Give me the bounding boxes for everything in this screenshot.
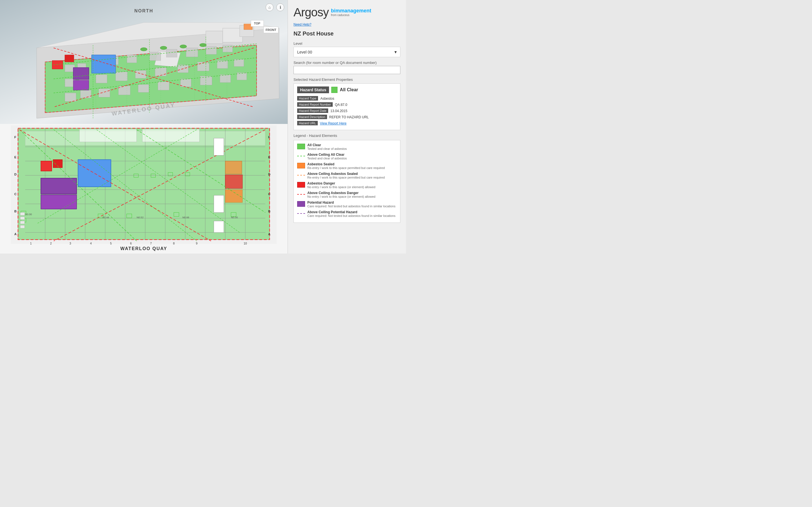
svg-rect-145 xyxy=(20,212,24,215)
svg-text:E: E xyxy=(14,156,16,159)
svg-text:N0.66: N0.66 xyxy=(183,216,189,219)
svg-text:7: 7 xyxy=(150,242,152,245)
legend-desc-asbestos-sealed: Re-entry / work to this space permitted … xyxy=(307,166,385,170)
svg-rect-117 xyxy=(225,161,242,174)
svg-rect-119 xyxy=(142,129,200,142)
svg-text:3: 3 xyxy=(70,242,71,245)
legend-desc-above-ceiling-all-clear: Tested and clear of asbestos xyxy=(307,157,347,160)
legend-name-above-ceiling-all-clear: Above Ceiling All Clear xyxy=(307,153,347,157)
hazard-prop-row: Hazard Report NumberQA:87.0 xyxy=(297,102,397,107)
legend-desc-above-ceiling-asbestos-danger: No entry / work to this space (or elemen… xyxy=(307,195,375,198)
chevron-down-icon: ▾ xyxy=(395,49,397,55)
prop-value: Asbestos xyxy=(320,96,334,101)
prop-value: QA:87.0 xyxy=(335,102,347,107)
legend-item-above-ceiling-asbestos-sealed: Above Ceiling Asbestos SealedRe-entry / … xyxy=(297,172,397,179)
svg-rect-15 xyxy=(206,47,216,54)
hazard-prop-row: Hazard URLView Report Here xyxy=(297,121,397,125)
svg-rect-19 xyxy=(96,75,107,83)
svg-text:A: A xyxy=(14,232,17,236)
hazard-prop-row: Hazard Report Date13.04.2015 xyxy=(297,108,397,113)
legend-item-above-ceiling-potential-hazard: Above Ceiling Potential HazardCare requi… xyxy=(297,210,397,217)
svg-rect-21 xyxy=(135,70,146,78)
svg-rect-39 xyxy=(65,55,74,62)
svg-rect-32 xyxy=(158,82,169,90)
svg-text:F: F xyxy=(268,135,270,139)
legend-title: Legend - Hazard Elements xyxy=(294,133,400,138)
svg-text:C: C xyxy=(14,192,17,196)
svg-text:F: F xyxy=(14,135,16,139)
legend-desc-potential-hazard: Care required: Not tested but asbestos f… xyxy=(307,205,395,208)
prop-label: Hazard Type xyxy=(297,96,318,101)
svg-text:2: 2 xyxy=(50,242,52,245)
need-help-link[interactable]: Need Help? xyxy=(294,22,400,26)
svg-text:N0.00: N0.00 xyxy=(231,216,238,219)
legend-icon-above-ceiling-all-clear xyxy=(297,153,305,159)
svg-rect-20 xyxy=(116,72,128,81)
svg-rect-14 xyxy=(186,48,198,57)
legend-icon-above-ceiling-potential-hazard xyxy=(297,211,305,216)
svg-rect-114 xyxy=(41,194,77,209)
prop-label: Hazard URL xyxy=(297,121,318,125)
svg-text:9: 9 xyxy=(196,242,198,245)
right-panel: Argosy bimmanagement from caduceus Need … xyxy=(288,0,406,253)
legend-icon-asbestos-sealed xyxy=(297,163,305,168)
svg-text:B: B xyxy=(14,210,17,213)
svg-text:4: 4 xyxy=(90,242,92,245)
svg-rect-147 xyxy=(20,221,24,224)
bim-management-text: bimmanagement xyxy=(331,8,371,14)
svg-rect-148 xyxy=(20,225,24,228)
hazard-status-value: All Clear xyxy=(340,87,358,93)
hazard-url-link[interactable]: View Report Here xyxy=(320,121,347,125)
building-name: NZ Post House xyxy=(294,31,400,37)
legend-name-asbestos-danger: Asbestos Danger xyxy=(307,181,375,185)
prop-label: Hazard Report Date xyxy=(297,108,328,113)
svg-point-64 xyxy=(180,45,187,48)
prop-label: Hazard Description xyxy=(297,115,327,119)
svg-text:TOP: TOP xyxy=(254,22,260,25)
svg-rect-12 xyxy=(149,52,161,61)
svg-text:D: D xyxy=(268,173,270,176)
prop-value[interactable]: View Report Here xyxy=(320,121,347,125)
svg-text:E: E xyxy=(268,156,270,159)
svg-rect-31 xyxy=(138,84,149,93)
legend-name-above-ceiling-asbestos-danger: Above Ceiling Asbestos Danger xyxy=(307,191,375,195)
svg-point-63 xyxy=(160,46,167,50)
svg-text:D: D xyxy=(14,173,17,176)
search-section: Search (for room number or QA document n… xyxy=(294,61,400,74)
hazard-status-color-indicator xyxy=(331,87,338,93)
legend-item-above-ceiling-asbestos-danger: Above Ceiling Asbestos DangerNo entry / … xyxy=(297,191,397,198)
legend-item-asbestos-sealed: Asbestos SealedRe-entry / work to this s… xyxy=(297,162,397,170)
svg-rect-118 xyxy=(80,129,137,142)
hazard-status-badge: Hazard Status xyxy=(297,87,329,93)
search-input[interactable] xyxy=(294,66,400,74)
legend-item-all-clear: All ClearTested and clear of asbestos xyxy=(297,143,397,151)
from-caduceus-text: from caduceus xyxy=(331,13,371,17)
hazard-status-row: Hazard Status All Clear xyxy=(297,87,397,93)
legend-icon-potential-hazard xyxy=(297,201,305,207)
logo-argosy: Argosy xyxy=(294,6,329,19)
svg-rect-25 xyxy=(217,61,228,68)
svg-rect-35 xyxy=(220,75,231,82)
svg-text:FRONT: FRONT xyxy=(266,28,276,32)
svg-rect-115 xyxy=(225,175,243,188)
svg-text:B: B xyxy=(268,210,270,213)
logo-area: Argosy bimmanagement from caduceus xyxy=(294,6,400,19)
svg-text:C: C xyxy=(268,192,270,196)
svg-rect-37 xyxy=(92,55,116,73)
svg-text:8: 8 xyxy=(173,242,175,245)
waterloo-label-2d: WATERLOO QUAY xyxy=(120,246,167,251)
svg-rect-28 xyxy=(80,90,91,98)
svg-text:6: 6 xyxy=(130,242,132,245)
svg-point-65 xyxy=(200,43,206,47)
prop-rows-container: Hazard TypeAsbestosHazard Report NumberQ… xyxy=(297,96,397,125)
svg-rect-142 xyxy=(214,195,223,212)
svg-rect-27 xyxy=(65,93,76,101)
svg-rect-112 xyxy=(53,160,62,168)
legend-item-asbestos-danger: Asbestos DangerNo entry / work to this s… xyxy=(297,181,397,189)
left-panel: ⌂ ℹ NORTH xyxy=(0,0,288,253)
hazard-prop-row: Hazard DescriptionREFER TO HAZARD URL xyxy=(297,115,397,119)
legend-section: Legend - Hazard Elements All ClearTested… xyxy=(294,133,400,223)
level-label: Level xyxy=(294,41,400,46)
level-dropdown[interactable]: Level 00 ▾ xyxy=(294,47,400,57)
prop-label: Hazard Report Number xyxy=(297,102,333,107)
